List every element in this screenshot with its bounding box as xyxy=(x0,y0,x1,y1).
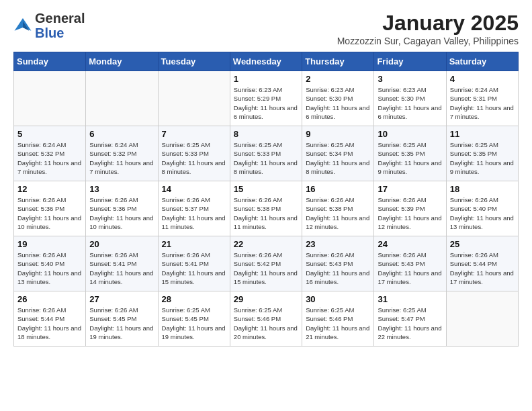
day-number: 15 xyxy=(234,184,298,194)
calendar-cell: 14Sunrise: 6:26 AMSunset: 5:37 PMDayligh… xyxy=(158,181,230,236)
day-number: 27 xyxy=(89,294,154,304)
calendar-cell: 16Sunrise: 6:26 AMSunset: 5:38 PMDayligh… xyxy=(302,181,374,236)
day-number: 16 xyxy=(306,184,370,194)
col-monday: Monday xyxy=(86,52,158,71)
day-info: Sunrise: 6:26 AMSunset: 5:42 PMDaylight:… xyxy=(234,250,298,286)
calendar-cell: 10Sunrise: 6:25 AMSunset: 5:35 PMDayligh… xyxy=(374,126,446,181)
day-info: Sunrise: 6:25 AMSunset: 5:46 PMDaylight:… xyxy=(306,306,370,341)
day-number: 8 xyxy=(234,129,298,139)
day-number: 13 xyxy=(89,184,154,194)
day-number: 14 xyxy=(162,184,226,194)
day-info: Sunrise: 6:26 AMSunset: 5:36 PMDaylight:… xyxy=(89,195,154,231)
day-info: Sunrise: 6:25 AMSunset: 5:47 PMDaylight:… xyxy=(378,306,442,341)
day-number: 24 xyxy=(378,239,442,249)
day-number: 12 xyxy=(17,184,82,194)
calendar-cell: 15Sunrise: 6:26 AMSunset: 5:38 PMDayligh… xyxy=(230,181,302,236)
calendar-cell: 2Sunrise: 6:23 AMSunset: 5:30 PMDaylight… xyxy=(302,71,374,126)
calendar-cell: 13Sunrise: 6:26 AMSunset: 5:36 PMDayligh… xyxy=(86,181,158,236)
day-number: 1 xyxy=(234,74,298,84)
day-info: Sunrise: 6:26 AMSunset: 5:37 PMDaylight:… xyxy=(162,195,226,231)
calendar-cell: 1Sunrise: 6:23 AMSunset: 5:29 PMDaylight… xyxy=(230,71,302,126)
day-info: Sunrise: 6:25 AMSunset: 5:35 PMDaylight:… xyxy=(450,140,515,176)
calendar-cell: 23Sunrise: 6:26 AMSunset: 5:43 PMDayligh… xyxy=(302,236,374,291)
calendar-week-row: 1Sunrise: 6:23 AMSunset: 5:29 PMDaylight… xyxy=(14,71,519,126)
calendar-week-row: 26Sunrise: 6:26 AMSunset: 5:44 PMDayligh… xyxy=(14,291,519,347)
calendar-cell: 31Sunrise: 6:25 AMSunset: 5:47 PMDayligh… xyxy=(374,291,446,347)
calendar-cell: 12Sunrise: 6:26 AMSunset: 5:36 PMDayligh… xyxy=(14,181,86,236)
day-info: Sunrise: 6:26 AMSunset: 5:43 PMDaylight:… xyxy=(306,250,370,286)
day-number: 22 xyxy=(234,239,298,249)
calendar-cell xyxy=(446,291,518,347)
day-number: 21 xyxy=(162,239,226,249)
day-number: 17 xyxy=(378,184,442,194)
page: General Blue January 2025 Mozzozzin Sur,… xyxy=(0,0,532,353)
day-number: 4 xyxy=(450,74,515,84)
day-number: 10 xyxy=(378,129,442,139)
calendar-cell: 3Sunrise: 6:23 AMSunset: 5:30 PMDaylight… xyxy=(374,71,446,126)
month-title: January 2025 xyxy=(337,11,519,36)
calendar-week-row: 12Sunrise: 6:26 AMSunset: 5:36 PMDayligh… xyxy=(14,181,519,236)
day-info: Sunrise: 6:23 AMSunset: 5:29 PMDaylight:… xyxy=(234,85,298,121)
calendar-cell: 24Sunrise: 6:26 AMSunset: 5:43 PMDayligh… xyxy=(374,236,446,291)
calendar-cell: 11Sunrise: 6:25 AMSunset: 5:35 PMDayligh… xyxy=(446,126,518,181)
day-number: 7 xyxy=(162,129,226,139)
calendar-cell xyxy=(14,71,86,126)
day-number: 2 xyxy=(306,74,370,84)
day-info: Sunrise: 6:26 AMSunset: 5:44 PMDaylight:… xyxy=(450,250,515,286)
calendar-cell: 5Sunrise: 6:24 AMSunset: 5:32 PMDaylight… xyxy=(14,126,86,181)
calendar-cell: 21Sunrise: 6:26 AMSunset: 5:41 PMDayligh… xyxy=(158,236,230,291)
day-info: Sunrise: 6:25 AMSunset: 5:34 PMDaylight:… xyxy=(306,140,370,176)
day-info: Sunrise: 6:24 AMSunset: 5:31 PMDaylight:… xyxy=(450,85,515,121)
calendar-cell: 22Sunrise: 6:26 AMSunset: 5:42 PMDayligh… xyxy=(230,236,302,291)
day-info: Sunrise: 6:26 AMSunset: 5:40 PMDaylight:… xyxy=(450,195,515,231)
col-thursday: Thursday xyxy=(302,52,374,71)
logo: General Blue xyxy=(13,11,85,40)
day-number: 18 xyxy=(450,184,515,194)
day-info: Sunrise: 6:25 AMSunset: 5:35 PMDaylight:… xyxy=(378,140,442,176)
logo-icon xyxy=(13,16,32,35)
day-info: Sunrise: 6:26 AMSunset: 5:40 PMDaylight:… xyxy=(17,250,82,286)
day-info: Sunrise: 6:26 AMSunset: 5:38 PMDaylight:… xyxy=(234,195,298,231)
day-number: 23 xyxy=(306,239,370,249)
calendar-cell: 25Sunrise: 6:26 AMSunset: 5:44 PMDayligh… xyxy=(446,236,518,291)
day-number: 5 xyxy=(17,129,82,139)
day-number: 29 xyxy=(234,294,298,304)
day-number: 28 xyxy=(162,294,226,304)
calendar-cell: 27Sunrise: 6:26 AMSunset: 5:45 PMDayligh… xyxy=(86,291,158,347)
calendar-cell xyxy=(86,71,158,126)
calendar-cell: 20Sunrise: 6:26 AMSunset: 5:41 PMDayligh… xyxy=(86,236,158,291)
day-info: Sunrise: 6:26 AMSunset: 5:39 PMDaylight:… xyxy=(378,195,442,231)
day-info: Sunrise: 6:24 AMSunset: 5:32 PMDaylight:… xyxy=(89,140,154,176)
calendar-cell: 30Sunrise: 6:25 AMSunset: 5:46 PMDayligh… xyxy=(302,291,374,347)
calendar-week-row: 5Sunrise: 6:24 AMSunset: 5:32 PMDaylight… xyxy=(14,126,519,181)
calendar-header-row: Sunday Monday Tuesday Wednesday Thursday… xyxy=(14,52,519,71)
day-number: 11 xyxy=(450,129,515,139)
day-number: 30 xyxy=(306,294,370,304)
calendar-table: Sunday Monday Tuesday Wednesday Thursday… xyxy=(13,52,519,347)
day-number: 31 xyxy=(378,294,442,304)
calendar-cell: 26Sunrise: 6:26 AMSunset: 5:44 PMDayligh… xyxy=(14,291,86,347)
day-info: Sunrise: 6:25 AMSunset: 5:45 PMDaylight:… xyxy=(162,306,226,341)
col-saturday: Saturday xyxy=(446,52,518,71)
day-info: Sunrise: 6:26 AMSunset: 5:44 PMDaylight:… xyxy=(17,306,82,341)
day-info: Sunrise: 6:26 AMSunset: 5:38 PMDaylight:… xyxy=(306,195,370,231)
day-info: Sunrise: 6:26 AMSunset: 5:43 PMDaylight:… xyxy=(378,250,442,286)
header: General Blue January 2025 Mozzozzin Sur,… xyxy=(13,11,519,46)
day-number: 25 xyxy=(450,239,515,249)
calendar-cell: 28Sunrise: 6:25 AMSunset: 5:45 PMDayligh… xyxy=(158,291,230,347)
title-block: January 2025 Mozzozzin Sur, Cagayan Vall… xyxy=(337,11,519,46)
day-info: Sunrise: 6:26 AMSunset: 5:41 PMDaylight:… xyxy=(89,250,154,286)
day-number: 20 xyxy=(89,239,154,249)
calendar-body: 1Sunrise: 6:23 AMSunset: 5:29 PMDaylight… xyxy=(14,71,519,347)
day-number: 9 xyxy=(306,129,370,139)
calendar-cell: 6Sunrise: 6:24 AMSunset: 5:32 PMDaylight… xyxy=(86,126,158,181)
calendar-cell xyxy=(158,71,230,126)
day-info: Sunrise: 6:25 AMSunset: 5:46 PMDaylight:… xyxy=(234,306,298,341)
day-info: Sunrise: 6:26 AMSunset: 5:41 PMDaylight:… xyxy=(162,250,226,286)
calendar-cell: 18Sunrise: 6:26 AMSunset: 5:40 PMDayligh… xyxy=(446,181,518,236)
calendar-cell: 4Sunrise: 6:24 AMSunset: 5:31 PMDaylight… xyxy=(446,71,518,126)
calendar-cell: 9Sunrise: 6:25 AMSunset: 5:34 PMDaylight… xyxy=(302,126,374,181)
calendar-cell: 19Sunrise: 6:26 AMSunset: 5:40 PMDayligh… xyxy=(14,236,86,291)
day-info: Sunrise: 6:26 AMSunset: 5:45 PMDaylight:… xyxy=(89,306,154,341)
day-number: 6 xyxy=(89,129,154,139)
